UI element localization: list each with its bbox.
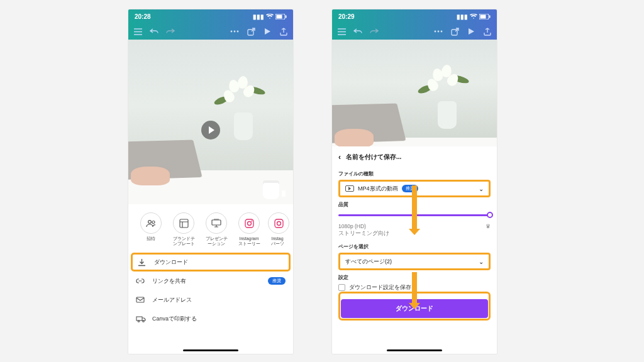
canvas-play-icon[interactable] <box>201 121 220 140</box>
option-download[interactable]: ダウンロード <box>131 253 291 272</box>
chevron-down-icon: ⌄ <box>479 185 484 192</box>
home-indicator <box>387 349 442 351</box>
more-icon[interactable] <box>434 27 443 36</box>
menu-icon[interactable] <box>133 27 142 36</box>
wifi-icon <box>470 14 477 19</box>
status-icons: ▮▮▮ <box>253 13 287 20</box>
mail-icon <box>136 297 146 303</box>
share-label: Instag パーソ <box>271 236 284 246</box>
svg-rect-14 <box>275 219 283 228</box>
users-icon <box>140 212 162 234</box>
svg-point-15 <box>277 221 280 225</box>
svg-rect-9 <box>180 219 188 228</box>
quality-value: 1080p (HD) <box>338 223 366 229</box>
svg-point-4 <box>234 31 236 33</box>
play-icon[interactable] <box>467 27 475 36</box>
status-bar: 20:28 ▮▮▮ <box>128 9 293 23</box>
phone-left: 20:28 ▮▮▮ <box>128 9 293 354</box>
status-bar: 20:29 ▮▮▮ <box>332 9 497 23</box>
redo-icon[interactable] <box>166 27 175 36</box>
download-icon <box>138 258 148 266</box>
option-label: メールアドレス <box>152 296 192 304</box>
file-type-value: MP4形式の動画 <box>358 185 398 193</box>
redo-icon[interactable] <box>370 27 379 36</box>
undo-icon[interactable] <box>353 27 362 36</box>
status-icons: ▮▮▮ <box>457 13 491 20</box>
clock: 20:28 <box>135 13 151 20</box>
svg-point-12 <box>247 221 251 225</box>
phone-right: 20:29 ▮▮▮ <box>332 9 497 354</box>
sheet-title: 名前を付けて保存... <box>346 153 401 162</box>
file-type-label: ファイルの種類 <box>338 170 491 177</box>
svg-rect-11 <box>245 219 253 228</box>
option-label: ダウンロード <box>154 258 188 266</box>
share-presentation[interactable]: プレゼンテ ーション <box>200 212 233 246</box>
share-icon[interactable] <box>483 27 492 36</box>
more-icon[interactable] <box>230 27 239 36</box>
export-icon[interactable] <box>450 27 459 36</box>
present-icon <box>206 212 227 234</box>
annotation-arrow <box>412 185 417 229</box>
link-icon <box>136 278 146 284</box>
share-label: Instagram ストーリー <box>238 236 260 246</box>
svg-point-24 <box>438 31 440 33</box>
export-icon[interactable] <box>247 27 255 36</box>
instagram-icon <box>238 212 260 234</box>
share-invite[interactable]: 招待 <box>135 212 167 246</box>
checkbox-icon <box>338 284 345 291</box>
svg-point-19 <box>143 320 145 322</box>
share-destinations: 招待 ブランドテ ンプレート プレゼンテ ーション <box>128 212 293 250</box>
back-icon[interactable]: ‹ <box>338 153 341 162</box>
svg-point-13 <box>251 220 252 221</box>
share-label: 招待 <box>147 236 155 241</box>
design-canvas[interactable] <box>332 40 497 146</box>
home-indicator <box>183 349 238 351</box>
signal-icon: ▮▮▮ <box>253 13 264 20</box>
share-instagram-story[interactable]: Instagram ストーリー <box>233 212 265 246</box>
option-print[interactable]: Canvaで印刷する <box>136 309 286 328</box>
svg-point-23 <box>435 31 436 33</box>
pages-select[interactable]: すべてのページ(2) ⌄ <box>338 253 491 270</box>
truck-icon <box>136 315 146 322</box>
chevron-down-icon: ⌄ <box>479 258 484 265</box>
share-brand-template[interactable]: ブランドテ ンプレート <box>167 212 200 246</box>
pages-value: すべてのページ(2) <box>345 258 392 266</box>
svg-rect-2 <box>286 15 287 18</box>
svg-point-5 <box>237 31 239 33</box>
share-label: ブランドテ ンプレート <box>173 236 195 246</box>
option-email[interactable]: メールアドレス <box>136 290 286 309</box>
option-share-link[interactable]: リンクを共有 推奨 <box>136 272 286 290</box>
share-icon[interactable] <box>279 27 288 36</box>
signal-icon: ▮▮▮ <box>457 13 468 20</box>
share-instagram-personal[interactable]: Instag パーソ <box>265 212 289 246</box>
svg-point-18 <box>138 320 140 322</box>
svg-point-25 <box>441 31 443 33</box>
share-sheet: 招待 ブランドテ ンプレート プレゼンテ ーション <box>128 205 293 354</box>
crown-icon: ♛ <box>486 223 491 231</box>
svg-rect-21 <box>480 14 486 18</box>
design-canvas[interactable] <box>128 40 293 204</box>
template-icon <box>173 212 194 234</box>
svg-rect-10 <box>212 220 221 225</box>
play-icon[interactable] <box>263 27 272 36</box>
option-label: Canvaで印刷する <box>152 315 197 323</box>
editor-toolbar <box>332 23 497 40</box>
save-settings-label: ダウンロード設定を保存 <box>349 283 411 292</box>
pages-label: ページを選択 <box>338 243 491 250</box>
svg-point-3 <box>231 31 233 33</box>
quality-sub: ストリーミング向け <box>338 230 389 236</box>
battery-icon <box>275 14 287 19</box>
share-label: プレゼンテ ーション <box>206 236 228 246</box>
svg-rect-22 <box>489 15 491 18</box>
download-sheet: ‹ 名前を付けて保存... ファイルの種類 MP4形式の動画 推奨 ⌄ 品質 ♛… <box>332 146 497 354</box>
option-label: リンクを共有 <box>152 277 186 285</box>
menu-icon[interactable] <box>337 27 346 36</box>
instagram-icon <box>268 212 289 234</box>
svg-point-8 <box>152 221 155 223</box>
clock: 20:29 <box>338 13 355 20</box>
undo-icon[interactable] <box>150 27 158 36</box>
recommended-badge: 推奨 <box>268 277 286 285</box>
annotation-arrow <box>412 272 417 304</box>
svg-point-7 <box>148 220 151 223</box>
battery-icon <box>479 14 491 19</box>
